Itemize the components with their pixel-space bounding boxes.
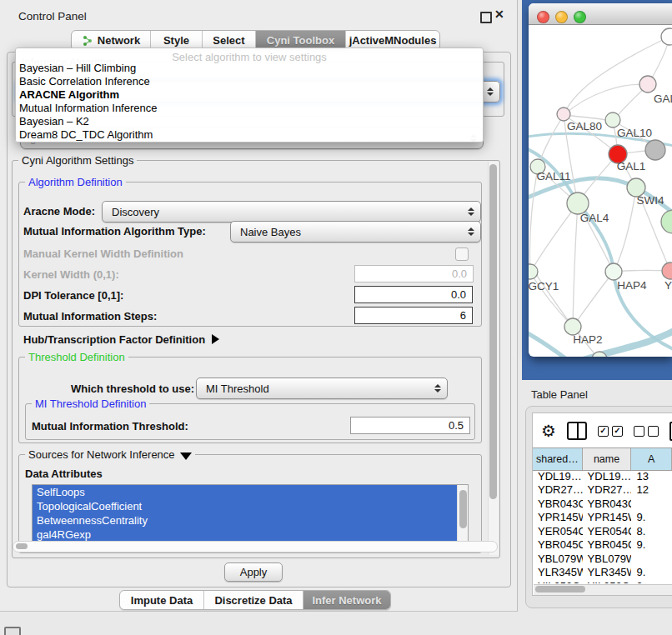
close-panel-icon[interactable]: ✕ bbox=[494, 8, 504, 21]
algorithm-option[interactable]: Bayesian – Hill Climbing bbox=[16, 62, 483, 75]
network-node-gal80[interactable] bbox=[557, 108, 570, 121]
network-window: GAL7GAL80GAL10GAL1GAL11SWI4GAL4GCY1HAP4Y… bbox=[529, 3, 672, 357]
network-node[interactable] bbox=[661, 28, 672, 45]
network-edge[interactable] bbox=[578, 203, 672, 352]
kernel-width-field[interactable]: 0.0 bbox=[354, 265, 474, 282]
table-cell: YPR145W bbox=[533, 511, 583, 523]
list-vertical-scrollbar[interactable] bbox=[457, 485, 468, 542]
table-row[interactable]: YER054CYER054C8. bbox=[533, 524, 672, 538]
data-attribute-item[interactable]: BetweennessCentrality bbox=[33, 513, 458, 528]
table-cell: YBR045C bbox=[533, 538, 583, 551]
aracne-mode-combo[interactable]: Discovery bbox=[102, 201, 481, 222]
algorithm-option[interactable]: Basic Correlation Inference bbox=[16, 75, 483, 88]
apply-button-label: Apply bbox=[240, 566, 268, 578]
table-cell: YPR145W bbox=[583, 511, 632, 523]
close-button[interactable] bbox=[537, 11, 549, 23]
network-edge[interactable] bbox=[614, 188, 636, 272]
table-row[interactable]: YLR345WYLR345W9. bbox=[533, 566, 672, 580]
minimize-button[interactable] bbox=[555, 11, 568, 23]
network-edge[interactable] bbox=[573, 203, 578, 327]
table-cell: 9. bbox=[631, 566, 672, 578]
scrollbar-thumb[interactable] bbox=[16, 543, 28, 549]
table-header-row: shared…nameA bbox=[533, 448, 672, 471]
algorithm-option[interactable]: Mutual Information Inference bbox=[16, 102, 483, 115]
combo-spinner-icon bbox=[468, 208, 474, 216]
scrollbar-thumb[interactable] bbox=[489, 164, 497, 499]
tab-infer-network[interactable]: Infer Network bbox=[303, 591, 390, 609]
network-view-frame: GAL7GAL80GAL10GAL1GAL11SWI4GAL4GCY1HAP4Y… bbox=[522, 0, 672, 380]
network-node-label: HAP4 bbox=[617, 279, 647, 292]
sources-title-text: Sources for Network Inference bbox=[28, 448, 175, 461]
algorithm-list: Bayesian – Hill ClimbingBasic Correlatio… bbox=[16, 62, 483, 142]
network-node-label: GCY1 bbox=[529, 280, 559, 292]
algorithm-definition-title: Algorithm Definition bbox=[25, 176, 126, 188]
table-body: YDL19…YDL19…13YDR27…YDR27…12YBR043CYBR04… bbox=[533, 469, 672, 583]
algorithm-option[interactable]: ARACNE Algorithm bbox=[16, 88, 483, 102]
data-attributes-list[interactable]: SelfLoopsTopologicalCoefficientBetweenne… bbox=[32, 484, 469, 542]
data-attribute-item[interactable]: gal4RGexp bbox=[33, 528, 458, 542]
settings-horizontal-scrollbar[interactable] bbox=[13, 541, 498, 552]
table-row[interactable]: YBR045CYBR045C9. bbox=[533, 538, 672, 552]
tab-impute-data[interactable]: Impute Data bbox=[120, 591, 204, 609]
table-row[interactable]: YPR145WYPR145W9. bbox=[533, 511, 672, 525]
network-node-label: GAL10 bbox=[617, 127, 652, 139]
network-node-gal7[interactable] bbox=[639, 76, 656, 92]
table-cell: YER054C bbox=[583, 525, 632, 538]
network-node[interactable] bbox=[645, 140, 665, 160]
tab-discretize-data[interactable]: Discretize Data bbox=[204, 591, 303, 609]
algorithm-option[interactable]: Bayesian – K2 bbox=[16, 115, 483, 128]
network-edge[interactable] bbox=[530, 203, 578, 272]
float-window-icon[interactable] bbox=[480, 12, 492, 23]
table-cell: 12 bbox=[631, 483, 672, 496]
network-edge[interactable] bbox=[529, 330, 572, 357]
network-canvas[interactable]: GAL7GAL80GAL10GAL1GAL11SWI4GAL4GCY1HAP4Y… bbox=[529, 25, 672, 357]
network-node-y[interactable] bbox=[662, 262, 672, 279]
network-node[interactable] bbox=[661, 210, 672, 233]
table-row[interactable]: YDL19…YDL19…13 bbox=[533, 469, 672, 483]
settings-vertical-scrollbar[interactable] bbox=[488, 162, 499, 555]
column-header-shared[interactable]: shared… bbox=[533, 448, 583, 470]
column-header-a[interactable]: A bbox=[631, 448, 672, 470]
network-node-gal10[interactable] bbox=[605, 112, 620, 128]
dpi-tolerance-field[interactable]: 0.0 bbox=[354, 286, 473, 303]
network-node-hap2[interactable] bbox=[564, 318, 581, 335]
table-cell: 9 bbox=[631, 580, 672, 583]
select-columns-icon[interactable]: ✓✓ bbox=[598, 426, 623, 437]
table-row[interactable]: YBL079WYBL079W bbox=[533, 552, 672, 566]
zoom-button[interactable] bbox=[574, 11, 586, 23]
mi-type-combo[interactable]: Naive Bayes bbox=[230, 221, 481, 242]
table-cell: YBR045C bbox=[583, 538, 632, 551]
network-node-gcy1[interactable] bbox=[529, 264, 538, 279]
manual-kernel-checkbox[interactable] bbox=[455, 248, 469, 261]
apply-button[interactable]: Apply bbox=[224, 562, 283, 582]
split-columns-icon[interactable] bbox=[567, 422, 587, 440]
table-cell: YDL19… bbox=[533, 470, 583, 482]
mi-threshold-field[interactable]: 0.5 bbox=[350, 417, 470, 434]
collapse-down-icon bbox=[180, 452, 192, 460]
minimized-panel-icon[interactable] bbox=[4, 627, 21, 635]
deselect-columns-icon[interactable] bbox=[634, 426, 659, 437]
data-attribute-item[interactable]: SelfLoops bbox=[33, 485, 458, 499]
network-node-hap4[interactable] bbox=[605, 263, 622, 280]
table-cell: YBR043C bbox=[533, 498, 583, 510]
network-edge[interactable] bbox=[564, 84, 648, 115]
sources-group-title[interactable]: Sources for Network Inference bbox=[25, 448, 195, 461]
table-row[interactable]: YDR27…YDR27…12 bbox=[533, 483, 672, 498]
data-attribute-item[interactable]: TopologicalCoefficient bbox=[33, 499, 458, 513]
network-window-titlebar[interactable] bbox=[529, 3, 672, 25]
column-header-name[interactable]: name bbox=[583, 448, 632, 470]
settings-gear-icon[interactable]: ⚙ bbox=[541, 422, 556, 439]
hub-definition-toggle[interactable]: Hub/Transcription Factor Definition bbox=[23, 333, 219, 346]
network-node-label: GAL11 bbox=[536, 170, 570, 182]
mi-steps-field[interactable]: 6 bbox=[354, 307, 473, 324]
which-threshold-combo[interactable]: MI Threshold bbox=[196, 378, 448, 399]
scrollbar-thumb[interactable] bbox=[459, 490, 467, 528]
table-cell: YBL079W bbox=[533, 552, 583, 565]
algorithm-option[interactable]: Dream8 DC_TDC Algorithm bbox=[16, 128, 483, 142]
network-edge[interactable] bbox=[573, 272, 614, 327]
aracne-mode-label: Aracne Mode: bbox=[23, 205, 95, 218]
network-edge[interactable] bbox=[529, 168, 538, 272]
table-row[interactable]: YBR043CYBR043C bbox=[533, 497, 672, 511]
table-row[interactable]: YIL052CYIL052C9 bbox=[533, 579, 672, 583]
scrollbar-thumb[interactable] bbox=[535, 586, 585, 592]
